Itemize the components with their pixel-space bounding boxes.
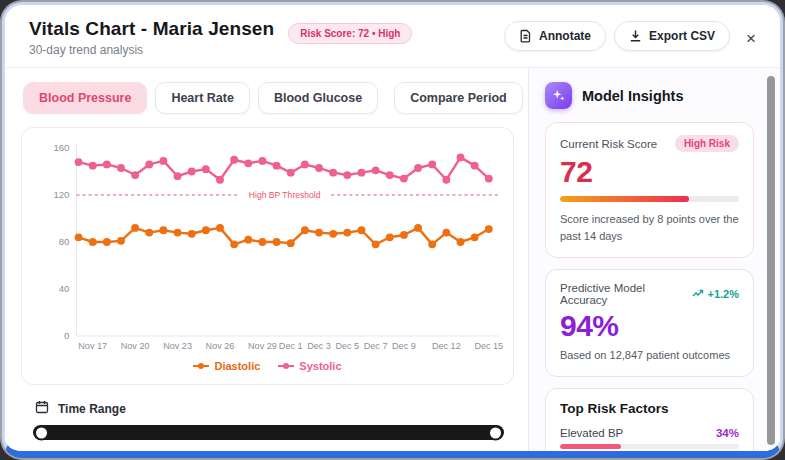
- document-icon: [519, 29, 532, 43]
- risk-score-bar: [560, 196, 739, 202]
- legend-systolic: Systolic: [278, 360, 341, 372]
- risk-card-note: Score increased by 8 points over the pas…: [560, 211, 739, 245]
- time-range-slider[interactable]: [33, 425, 504, 440]
- close-icon[interactable]: ×: [742, 26, 760, 51]
- svg-text:Nov 20: Nov 20: [121, 341, 150, 351]
- page-title: Vitals Chart - Maria Jensen: [29, 18, 274, 40]
- page-subtitle: 30-day trend analysis: [29, 43, 274, 57]
- calendar-icon: [35, 400, 49, 417]
- annotate-button[interactable]: Annotate: [504, 21, 606, 51]
- metric-tabs: Blood Pressure Heart Rate Blood Glucose …: [23, 82, 512, 114]
- risk-card-title: Current Risk Score: [560, 138, 657, 150]
- svg-text:Dec 9: Dec 9: [392, 341, 416, 351]
- risk-score-badge: Risk Score: 72 • High: [288, 23, 412, 44]
- legend-diastolic: Diastolic: [193, 360, 260, 372]
- annotate-label: Annotate: [539, 29, 591, 43]
- risk-score-card: Current Risk Score High Risk 72 Score in…: [545, 122, 754, 258]
- accuracy-value: 94%: [560, 309, 739, 343]
- export-csv-button[interactable]: Export CSV: [614, 21, 730, 51]
- tab-heart-rate[interactable]: Heart Rate: [155, 82, 250, 114]
- model-insights-panel: Model Insights Current Risk Score High R…: [528, 68, 780, 451]
- svg-text:Nov 26: Nov 26: [206, 341, 235, 351]
- export-csv-label: Export CSV: [649, 29, 715, 43]
- tab-blood-glucose[interactable]: Blood Glucose: [258, 82, 378, 114]
- svg-text:Dec 1: Dec 1: [279, 341, 303, 351]
- accuracy-card-note: Based on 12,847 patient outcomes: [560, 347, 739, 364]
- compare-period-button[interactable]: Compare Period: [394, 82, 523, 114]
- svg-text:160: 160: [53, 142, 69, 153]
- factor-elevated-bp: Elevated BP 34%: [560, 427, 739, 449]
- svg-text:Dec 3: Dec 3: [307, 341, 331, 351]
- svg-text:High BP Threshold: High BP Threshold: [249, 190, 321, 200]
- svg-text:Dec 7: Dec 7: [364, 341, 388, 351]
- svg-text:120: 120: [53, 189, 69, 200]
- accuracy-card-title: Predictive Model Accuracy: [560, 282, 692, 306]
- risk-factors-card: Top Risk Factors Elevated BP 34% High Gl…: [545, 388, 754, 451]
- title-block: Vitals Chart - Maria Jensen 30-day trend…: [29, 18, 274, 57]
- chart-legend: Diastolic Systolic: [26, 360, 509, 372]
- slider-handle-end[interactable]: [488, 425, 503, 440]
- insights-header: Model Insights: [545, 82, 754, 109]
- svg-text:Dec 15: Dec 15: [474, 341, 503, 351]
- main-panel: Blood Pressure Heart Rate Blood Glucose …: [5, 68, 528, 451]
- app-window: Vitals Chart - Maria Jensen 30-day trend…: [2, 2, 783, 458]
- svg-text:Dec 5: Dec 5: [335, 341, 359, 351]
- risk-score-value: 72: [560, 155, 739, 189]
- accuracy-delta: +1.2%: [692, 288, 740, 300]
- time-range-label: Time Range: [58, 402, 126, 416]
- risk-factors-title: Top Risk Factors: [560, 401, 739, 416]
- svg-text:Nov 17: Nov 17: [78, 341, 107, 351]
- header: Vitals Chart - Maria Jensen 30-day trend…: [5, 5, 780, 68]
- svg-text:Nov 23: Nov 23: [163, 341, 192, 351]
- download-icon: [629, 29, 642, 43]
- insights-title: Model Insights: [582, 88, 684, 104]
- high-risk-badge: High Risk: [675, 135, 739, 152]
- sparkles-icon: [545, 82, 572, 109]
- line-chart[interactable]: 04080120160High BP ThresholdNov 17Nov 20…: [26, 136, 509, 354]
- scrollbar[interactable]: [767, 76, 775, 445]
- time-range-row: Time Range: [35, 400, 512, 417]
- factor-bar: [560, 444, 739, 449]
- tab-blood-pressure[interactable]: Blood Pressure: [23, 82, 147, 114]
- svg-text:80: 80: [59, 236, 70, 247]
- svg-text:0: 0: [64, 330, 69, 341]
- slider-handle-start[interactable]: [34, 425, 49, 440]
- vitals-chart: 04080120160High BP ThresholdNov 17Nov 20…: [21, 127, 514, 385]
- svg-text:Dec 12: Dec 12: [432, 341, 461, 351]
- svg-text:40: 40: [59, 283, 70, 294]
- trend-up-icon: [692, 288, 704, 300]
- svg-text:Nov 29: Nov 29: [248, 341, 277, 351]
- accuracy-card: Predictive Model Accuracy +1.2% 94% Base…: [545, 269, 754, 377]
